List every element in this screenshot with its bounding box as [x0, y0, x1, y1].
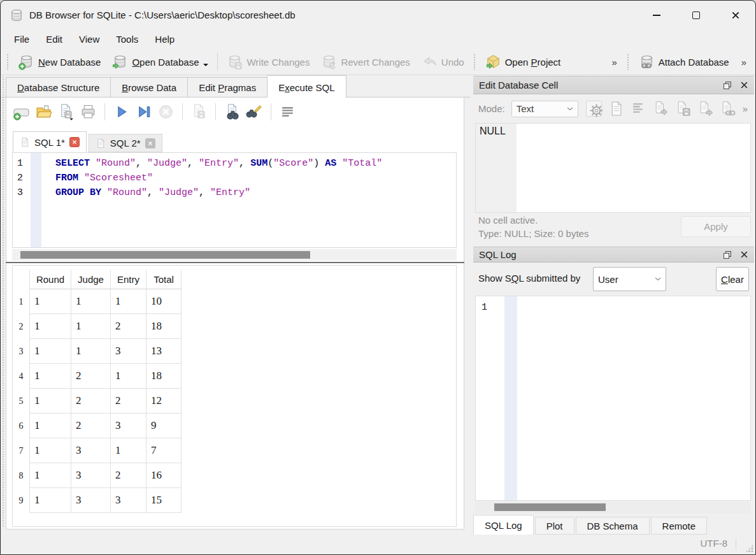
toolbar-drag-handle[interactable]: [6, 54, 10, 70]
row-number[interactable]: 9: [13, 488, 30, 513]
titlebar[interactable]: DB Browser for SQLite - C:\Users\aeric\D…: [1, 1, 755, 29]
row-number[interactable]: 7: [13, 438, 30, 463]
editor-horizontal-scrollbar[interactable]: [12, 249, 457, 261]
results-column-header-judge[interactable]: Judge: [71, 270, 111, 289]
scrollbar-thumb[interactable]: [494, 503, 606, 511]
results-cell[interactable]: 3: [111, 414, 146, 438]
row-number[interactable]: 6: [13, 414, 30, 438]
tab-database-structure[interactable]: Database Structure: [6, 77, 111, 97]
results-cell[interactable]: 12: [146, 389, 182, 414]
justify-icon[interactable]: [631, 101, 646, 117]
toolbar-overflow-chevron[interactable]: »: [743, 103, 749, 114]
results-cell[interactable]: 3: [71, 463, 111, 488]
results-cell[interactable]: 16: [146, 463, 182, 488]
results-cell[interactable]: 1: [111, 289, 146, 314]
edit-database-cell-dock-titlebar[interactable]: Edit Database Cell: [473, 76, 754, 94]
text-mode-icon[interactable]: [608, 101, 624, 117]
toolbar-drag-handle[interactable]: [627, 54, 630, 70]
execute-all-icon[interactable]: [113, 103, 130, 120]
menu-help[interactable]: Help: [146, 31, 183, 47]
sql-log-dock-titlebar[interactable]: SQL Log: [473, 247, 754, 263]
float-icon[interactable]: [723, 81, 732, 90]
undo-button[interactable]: Undo: [416, 51, 470, 73]
cell-value-editor[interactable]: NULL: [475, 123, 751, 213]
results-cell[interactable]: 2: [111, 314, 146, 339]
tab-execute-sql[interactable]: Execute SQL: [267, 75, 346, 97]
toolbar-overflow-chevron[interactable]: »: [605, 57, 623, 68]
row-number[interactable]: 3: [13, 339, 30, 364]
float-icon[interactable]: [723, 250, 732, 259]
menu-edit[interactable]: Edit: [38, 31, 71, 47]
revert-changes-button[interactable]: Revert Changes: [315, 51, 415, 73]
resize-grip-icon[interactable]: [745, 544, 753, 552]
results-cell[interactable]: 2: [71, 364, 111, 389]
results-cell[interactable]: 1: [30, 438, 71, 463]
results-cell[interactable]: 1: [71, 289, 111, 314]
sql-log-view[interactable]: 1: [475, 296, 751, 501]
sql-editor[interactable]: 123 SELECT "Round", "Judge", "Entry", SU…: [12, 152, 457, 248]
print-icon[interactable]: [80, 103, 97, 120]
execute-current-line-icon[interactable]: [135, 103, 152, 120]
results-column-header-total[interactable]: Total: [146, 270, 182, 289]
results-cell[interactable]: 3: [111, 339, 146, 364]
results-cell[interactable]: 3: [71, 438, 111, 463]
results-cell[interactable]: 2: [71, 389, 111, 414]
dock-tab-db-schema[interactable]: DB Schema: [576, 517, 650, 535]
results-cell[interactable]: 2: [111, 389, 146, 414]
word-wrap-icon[interactable]: [279, 103, 296, 120]
write-changes-button[interactable]: Write Changes: [221, 51, 315, 73]
toolbar-drag-handle[interactable]: [473, 54, 476, 70]
results-cell[interactable]: 1: [30, 339, 71, 364]
results-cell[interactable]: 1: [71, 339, 111, 364]
export-icon[interactable]: [697, 101, 713, 117]
find-replace-icon[interactable]: [246, 103, 263, 120]
editor-results-splitter[interactable]: [6, 262, 464, 263]
find-icon[interactable]: [224, 103, 241, 120]
clear-button[interactable]: Clear: [716, 267, 749, 291]
sql-file-tab-sql-2[interactable]: SQL 2*: [89, 134, 162, 152]
save-results-icon[interactable]: [190, 103, 208, 120]
dock-tab-sql-log[interactable]: SQL Log: [473, 515, 534, 535]
sql-code-area[interactable]: SELECT "Round", "Judge", "Entry", SUM("S…: [41, 153, 456, 247]
results-cell[interactable]: 1: [111, 364, 146, 389]
open-project-button[interactable]: Open Project: [480, 51, 567, 73]
results-cell[interactable]: 15: [146, 488, 182, 513]
new-database-button[interactable]: New Database: [13, 51, 106, 73]
results-column-header-round[interactable]: Round: [30, 270, 71, 289]
apply-button[interactable]: Apply: [681, 216, 751, 237]
dock-tab-plot[interactable]: Plot: [535, 517, 574, 535]
open-sql-file-icon[interactable]: [35, 103, 52, 120]
results-cell[interactable]: 1: [30, 289, 71, 314]
close-icon[interactable]: [740, 250, 748, 259]
results-cell[interactable]: 3: [111, 488, 146, 513]
results-cell[interactable]: 1: [30, 364, 71, 389]
results-cell[interactable]: 1: [71, 314, 111, 339]
results-cell[interactable]: 1: [30, 314, 71, 339]
minimize-button[interactable]: [637, 1, 676, 29]
results-cell[interactable]: 7: [146, 438, 182, 463]
close-button[interactable]: [716, 1, 755, 29]
results-cell[interactable]: 1: [30, 414, 71, 438]
results-cell[interactable]: 1: [111, 438, 146, 463]
row-number[interactable]: 1: [13, 289, 30, 314]
row-number[interactable]: 8: [13, 463, 30, 488]
results-cell[interactable]: 18: [146, 314, 182, 339]
close-tab-icon[interactable]: [145, 138, 155, 148]
row-number[interactable]: 4: [13, 364, 30, 389]
sql-log-filter-select[interactable]: User: [593, 267, 666, 291]
new-sql-tab-icon[interactable]: [13, 103, 30, 120]
row-number[interactable]: 5: [13, 389, 30, 414]
open-database-button[interactable]: Open Database: [106, 51, 214, 73]
dock-tab-remote[interactable]: Remote: [651, 517, 708, 535]
menu-tools[interactable]: Tools: [108, 31, 146, 47]
results-cell[interactable]: 10: [146, 289, 182, 314]
results-cell[interactable]: 9: [146, 414, 182, 438]
tab-browse-data[interactable]: Browse Data: [110, 77, 188, 97]
row-number[interactable]: 2: [13, 314, 30, 339]
results-cell[interactable]: 2: [71, 414, 111, 438]
link-icon[interactable]: [720, 101, 736, 117]
import-icon[interactable]: [653, 101, 669, 117]
results-cell[interactable]: 1: [30, 463, 71, 488]
settings-icon[interactable]: [586, 101, 602, 117]
tab-edit-pragmas[interactable]: Edit Pragmas: [187, 77, 267, 97]
